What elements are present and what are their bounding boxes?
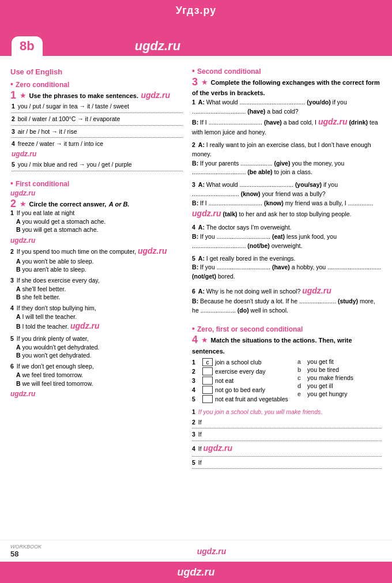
fc-item-5: 5 If you drink plenty of water, A you wo…	[10, 334, 183, 360]
first-conditional-header: • First conditional	[10, 179, 183, 188]
star-1: ★	[20, 91, 27, 100]
match-answer-b: b you be tired	[297, 366, 382, 373]
exercise-4-content: ★ Match the situations to the actions. T…	[192, 334, 382, 469]
match-columns: 1 c join a school club 2 exercise every …	[192, 358, 382, 404]
chapter-label: 8b	[12, 36, 43, 56]
list-item: 5 you / mix blue and red → you / get / p…	[12, 160, 183, 171]
exercise-4-num: 4	[192, 334, 198, 345]
match-box-2[interactable]	[202, 367, 213, 375]
fc-item-4: 4 If they don't stop bullying him, A I w…	[10, 304, 183, 332]
exercise-3-num: 3	[192, 77, 198, 87]
star-4: ★	[201, 336, 208, 344]
footer-watermark: ugdz.ru	[197, 547, 227, 556]
write-item-5: 5 If	[192, 458, 382, 469]
main-content: Use of English • Zero conditional 1 ★ Us…	[0, 56, 392, 540]
write-sentences: 1 If you join a school club, you will ma…	[192, 408, 382, 469]
match-row-1: 1 c join a school club	[192, 358, 293, 366]
ugdz-mid-2: ugdz.ru	[10, 189, 183, 197]
second-conditional-header: • Second conditional	[192, 66, 382, 76]
match-answer-c: c you make friends	[297, 374, 382, 381]
match-left: 1 c join a school club 2 exercise every …	[192, 358, 293, 404]
bottom-label: ugdz.ru	[178, 566, 215, 578]
exchange-4: 4 A: The doctor says I'm overweight. B: …	[192, 223, 382, 250]
left-column: Use of English • Zero conditional 1 ★ Us…	[10, 63, 183, 534]
bottom-bar: ugdz.ru	[0, 562, 392, 583]
match-row-4: 4 not go to bed early	[192, 386, 293, 394]
exchange-6: 6 A: Why is he not doing well in school?…	[192, 285, 382, 315]
exchange-2: 2 A: I really want to join an exercise c…	[192, 141, 382, 177]
list-item: 4 freeze / water → it turn / into ice ug…	[12, 140, 183, 159]
exercise-3-block: 3 ★ Complete the following exchanges wit…	[192, 77, 382, 318]
exercise-2-instruction: Circle the correct answer,	[29, 201, 106, 208]
star-3: ★	[201, 78, 208, 86]
fc-item-1: 1 If you eat late at night A you would g…	[10, 209, 183, 234]
zero-conditional-title: Zero conditional	[16, 81, 69, 89]
list-item: 3 air / be / hot → it / rise	[12, 127, 183, 138]
fc-item-3: 3 If she does exercise every day, A she'…	[10, 276, 183, 302]
write-item-2: 2 If	[192, 418, 382, 429]
footer-left: WORKBOOK 58	[10, 544, 42, 558]
match-answer-a: a you get fit	[297, 358, 382, 365]
ugdz-mid-1: ugdz.ru	[12, 149, 183, 159]
exercise-2-num: 2	[10, 198, 16, 209]
exercise-3-instruction: Complete the following exchanges with th…	[192, 79, 380, 96]
match-right: a you get fit b you be tired c you make …	[297, 358, 382, 404]
right-column: • Second conditional 3 ★ Complete the fo…	[192, 63, 382, 534]
exchange-5: 5 A: I get really bored in the evenings.…	[192, 254, 382, 281]
exchange-1: 1 A: What would ........................…	[192, 98, 382, 137]
match-box-3[interactable]	[202, 377, 213, 385]
exercise-1-num: 1	[10, 90, 16, 100]
section-title: Use of English	[10, 67, 183, 76]
ugdz-mid-3: ugdz.ru	[10, 236, 183, 245]
exercise-1-block: 1 ★ Use the phrases to make sentences. u…	[10, 90, 183, 173]
exercise-4-instruction: Match the situations to the actions. The…	[192, 337, 352, 354]
page-wrapper: Угдз.ру 8b ugdz.ru Use of English • Zero…	[0, 0, 392, 583]
bullet-dot: •	[10, 80, 13, 89]
list-item: 1 you / put / sugar in tea → it / taste …	[12, 102, 183, 113]
write-item-1: 1 If you join a school club, you will ma…	[192, 408, 382, 416]
zfs-conditional-title: Zero, first or second conditional	[197, 325, 303, 333]
star-2: ★	[20, 200, 27, 208]
match-box-1[interactable]: c	[202, 358, 213, 366]
workbook-label: WORKBOOK	[10, 544, 42, 550]
exercise-4-block: 4 ★ Match the situations to the actions.…	[192, 334, 382, 471]
page-number: 58	[10, 550, 42, 558]
exercise-2-block: 2 ★ Circle the correct answer, A or B. 1…	[10, 198, 183, 400]
header-watermark: ugdz.ru	[135, 39, 180, 54]
write-item-3: 3 If	[192, 430, 382, 441]
ugdz-watermark-1: ugdz.ru	[141, 91, 170, 100]
match-row-5: 5 not eat fruit and vegetables	[192, 395, 293, 403]
exercise-1-instruction: Use the phrases to make sentences.	[29, 92, 138, 99]
zero-cond-list: 1 you / put / sugar in tea → it / taste …	[10, 102, 183, 171]
bullet-dot-2: •	[10, 179, 13, 188]
exercise-1-content: ★ Use the phrases to make sentences. ugd…	[10, 90, 183, 171]
match-box-5[interactable]	[202, 395, 213, 403]
zfs-conditional-header: • Zero, first or second conditional	[192, 324, 382, 333]
match-answer-d: d you get ill	[297, 382, 382, 389]
exercise-2-content: ★ Circle the correct answer, A or B. 1 I…	[10, 198, 183, 398]
list-item: 2 boil / water / at 100°C → it / evapora…	[12, 115, 183, 126]
fc-item-2: 2 If you spend too much time on the comp…	[10, 246, 183, 274]
fc-item-6: 6 If we don't get enough sleep, A we fee…	[10, 362, 183, 388]
match-box-4[interactable]	[202, 386, 213, 394]
exchange-3: 3 A: What would ........................…	[192, 180, 382, 220]
exercise-3-content: ★ Complete the following exchanges with …	[192, 77, 382, 315]
header-section: 8b ugdz.ru	[0, 21, 392, 56]
match-answer-e: e you get hungry	[297, 390, 382, 397]
footer: WORKBOOK 58 ugdz.ru	[0, 540, 392, 562]
match-row-2: 2 exercise every day	[192, 367, 293, 375]
bullet-dot-4: •	[192, 324, 195, 333]
zero-conditional-header: • Zero conditional	[10, 80, 183, 89]
write-item-4: 4 If ugdz.ru	[192, 443, 382, 457]
site-title: Угдз.ру	[176, 5, 217, 16]
top-bar: Угдз.ру	[0, 0, 392, 21]
first-conditional-title: First conditional	[16, 180, 69, 188]
bullet-dot-3: •	[192, 66, 195, 76]
exercise-2-sub: A or B.	[109, 201, 130, 208]
ugdz-mid-4: ugdz.ru	[10, 390, 183, 398]
match-row-3: 3 not eat	[192, 377, 293, 385]
second-conditional-title: Second conditional	[197, 67, 261, 76]
